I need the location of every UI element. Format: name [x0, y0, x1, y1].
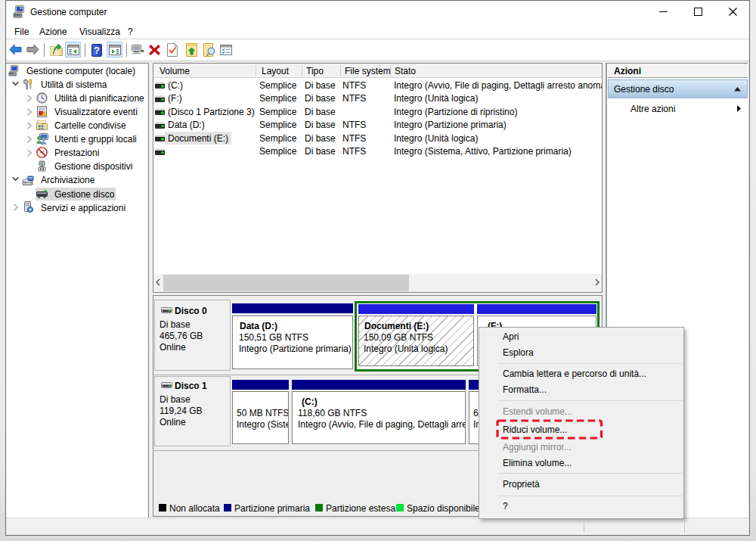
- svg-text:?: ?: [94, 45, 100, 56]
